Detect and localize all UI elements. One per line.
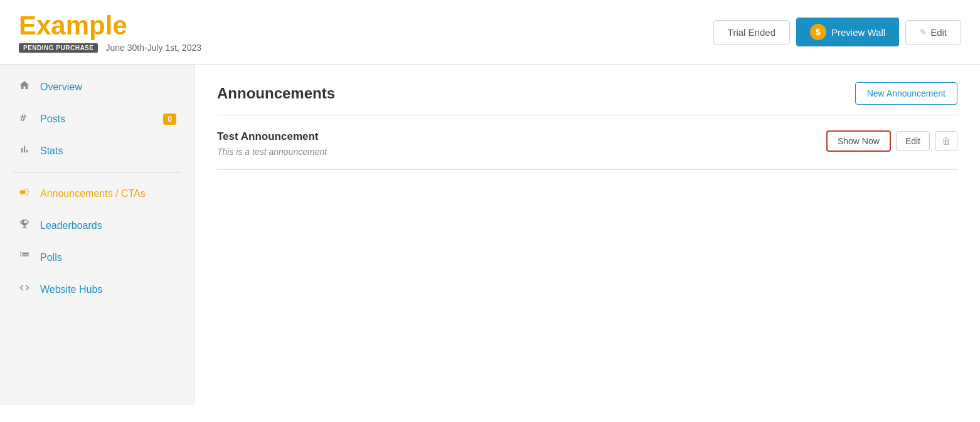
new-announcement-button[interactable]: New Announcement <box>855 82 957 105</box>
sidebar-label-website-hubs: Website Hubs <box>40 284 102 295</box>
bar-chart-icon <box>18 144 31 158</box>
sidebar-item-overview[interactable]: Overview <box>0 71 194 103</box>
code-icon <box>18 282 31 297</box>
announcement-title: Test Announcement <box>217 130 327 143</box>
edit-announcement-button[interactable]: Edit <box>896 131 930 151</box>
hash-icon <box>18 112 31 126</box>
sidebar-item-announcements[interactable]: Announcements / CTAs <box>0 177 194 209</box>
announcement-actions: Show Now Edit 🗑 <box>826 130 957 152</box>
edit-header-button[interactable]: ✎ Edit <box>905 20 961 45</box>
sidebar-item-stats[interactable]: Stats <box>0 135 194 167</box>
sidebar-item-website-hubs[interactable]: Website Hubs <box>0 273 194 305</box>
sidebar: Overview Posts 0 Stats Announcements / C… <box>0 65 194 405</box>
sidebar-label-polls: Polls <box>40 252 62 263</box>
sidebar-item-posts[interactable]: Posts 0 <box>0 103 194 135</box>
trial-ended-button[interactable]: Trial Ended <box>713 20 790 45</box>
trash-icon: 🗑 <box>942 136 951 146</box>
posts-badge: 0 <box>163 113 176 125</box>
sidebar-label-announcements: Announcements / CTAs <box>40 188 146 199</box>
pending-badge: PENDING PURCHASE <box>19 43 98 53</box>
sidebar-label-posts: Posts <box>40 113 65 125</box>
content-header: Announcements New Announcement <box>217 82 957 105</box>
header-sub: PENDING PURCHASE June 30th-July 1st, 202… <box>19 43 713 53</box>
sidebar-label-stats: Stats <box>40 145 63 157</box>
content-area: Announcements New Announcement Test Anno… <box>194 65 980 405</box>
home-icon <box>18 80 31 94</box>
announcement-info: Test Announcement This is a test announc… <box>217 130 327 157</box>
dollar-icon: $ <box>810 24 826 40</box>
header-right: Trial Ended $ Preview Wall ✎ Edit <box>713 18 961 46</box>
sidebar-divider <box>13 172 181 172</box>
main-layout: Overview Posts 0 Stats Announcements / C… <box>0 65 980 405</box>
pencil-icon: ✎ <box>920 28 927 37</box>
edit-header-label: Edit <box>930 27 947 38</box>
header: Example PENDING PURCHASE June 30th-July … <box>0 0 980 65</box>
header-date: June 30th-July 1st, 2023 <box>105 43 201 53</box>
sidebar-label-overview: Overview <box>40 82 82 93</box>
content-divider <box>217 115 957 115</box>
header-left: Example PENDING PURCHASE June 30th-July … <box>19 11 713 53</box>
preview-wall-label: Preview Wall <box>831 27 885 38</box>
announcement-row: Test Announcement This is a test announc… <box>217 130 957 170</box>
app-title: Example <box>19 11 713 40</box>
megaphone-icon <box>18 186 31 201</box>
page-title: Announcements <box>217 85 335 102</box>
trophy-icon <box>18 218 31 233</box>
sidebar-item-leaderboards[interactable]: Leaderboards <box>0 209 194 241</box>
sidebar-label-leaderboards: Leaderboards <box>40 220 102 231</box>
show-now-button[interactable]: Show Now <box>826 130 891 152</box>
announcement-description: This is a test announcement <box>217 147 327 157</box>
delete-announcement-button[interactable]: 🗑 <box>935 131 957 151</box>
list-icon <box>18 250 31 265</box>
sidebar-item-polls[interactable]: Polls <box>0 241 194 273</box>
preview-wall-button[interactable]: $ Preview Wall <box>796 18 899 46</box>
